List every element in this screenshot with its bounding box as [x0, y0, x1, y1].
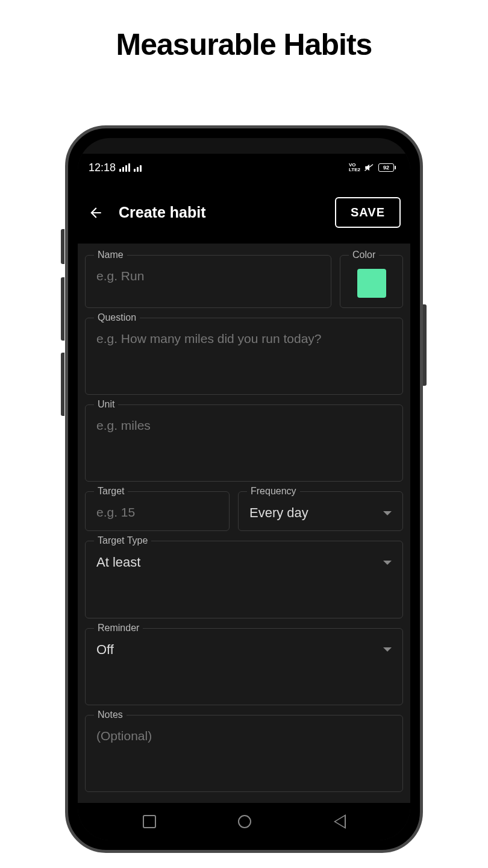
- form-area: Name Color Question Unit: [78, 244, 410, 803]
- frequency-value: Every day: [249, 505, 308, 521]
- color-field[interactable]: Color: [340, 255, 403, 308]
- color-label: Color: [349, 250, 379, 260]
- nav-home-button[interactable]: [238, 815, 251, 828]
- android-nav-bar: [78, 803, 410, 840]
- phone-frame: 12:18 VO LTE2: [65, 125, 423, 853]
- reminder-label: Reminder: [94, 623, 143, 634]
- chevron-down-icon: [383, 511, 392, 515]
- unit-field[interactable]: Unit: [85, 404, 403, 482]
- unit-label: Unit: [94, 399, 118, 410]
- phone-volume-down-button: [61, 353, 64, 416]
- chevron-down-icon: [383, 647, 392, 652]
- target-label: Target: [94, 486, 128, 497]
- name-label: Name: [94, 250, 127, 260]
- frequency-field[interactable]: Frequency Every day: [238, 491, 403, 531]
- target-type-field[interactable]: Target Type At least: [85, 541, 403, 618]
- signal-icon: [119, 163, 130, 172]
- phone-power-button: [423, 304, 427, 386]
- header-title: Create habit: [119, 204, 321, 221]
- color-swatch[interactable]: [357, 269, 386, 298]
- target-type-select[interactable]: At least: [96, 555, 392, 570]
- frequency-select[interactable]: Every day: [249, 505, 392, 521]
- unit-input[interactable]: [96, 418, 392, 433]
- status-right: VO LTE2 92: [349, 163, 396, 172]
- phone-volume-up-button: [61, 277, 64, 341]
- nav-back-button[interactable]: [333, 814, 345, 829]
- reminder-field[interactable]: Reminder Off: [85, 628, 403, 705]
- question-label: Question: [94, 312, 140, 323]
- arrow-left-icon: [88, 205, 104, 221]
- status-left: 12:18: [89, 162, 142, 174]
- phone-side-button: [61, 229, 64, 264]
- target-input[interactable]: [96, 505, 218, 520]
- lte-icon: VO LTE2: [349, 163, 360, 172]
- target-field[interactable]: Target: [85, 491, 230, 531]
- question-input[interactable]: [96, 332, 392, 346]
- status-bar: 12:18 VO LTE2: [78, 154, 410, 181]
- notes-field[interactable]: Notes: [85, 715, 403, 792]
- mute-icon: [364, 163, 375, 172]
- question-field[interactable]: Question: [85, 318, 403, 395]
- signal-icon: [134, 163, 142, 172]
- battery-icon: 92: [378, 163, 396, 172]
- chevron-down-icon: [383, 561, 392, 565]
- target-type-label: Target Type: [94, 535, 151, 546]
- app-header: Create habit SAVE: [78, 181, 410, 244]
- reminder-select[interactable]: Off: [96, 642, 392, 658]
- status-time: 12:18: [89, 162, 116, 174]
- page-title: Measurable Habits: [0, 0, 488, 62]
- target-type-value: At least: [96, 555, 140, 570]
- phone-screen: 12:18 VO LTE2: [78, 138, 410, 840]
- notes-label: Notes: [94, 709, 127, 720]
- nav-recent-button[interactable]: [143, 815, 156, 828]
- notes-input[interactable]: [96, 729, 392, 743]
- name-input[interactable]: [96, 269, 320, 283]
- name-field[interactable]: Name: [85, 255, 331, 308]
- reminder-value: Off: [96, 642, 114, 658]
- back-button[interactable]: [87, 204, 104, 221]
- save-button[interactable]: SAVE: [335, 197, 401, 228]
- frequency-label: Frequency: [247, 486, 300, 497]
